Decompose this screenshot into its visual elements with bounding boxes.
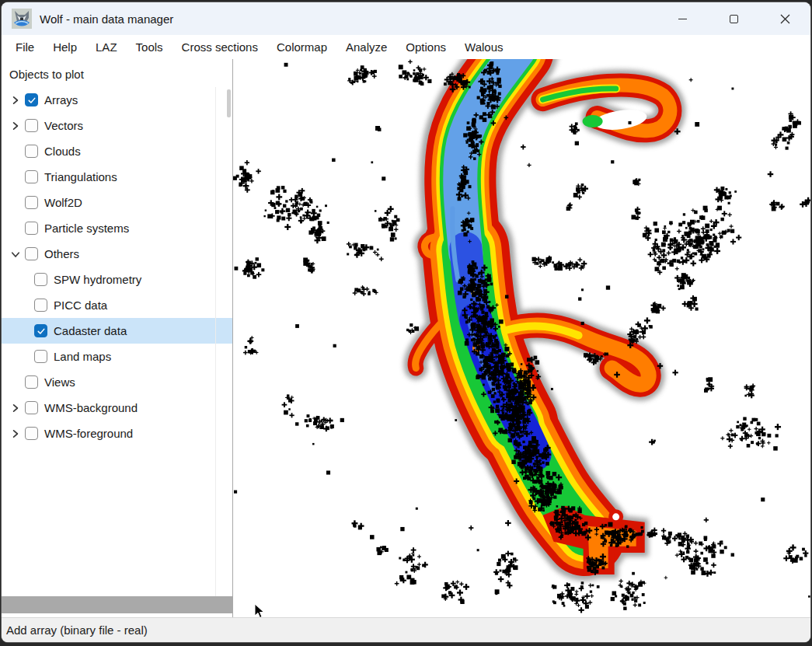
status-text: Add array (binary file - real) [6,623,148,637]
tree-item-label: WMS-background [44,401,138,414]
expander-spacer [6,171,25,183]
menu-item-file[interactable]: File [9,37,41,57]
vertical-scrollbar-thumb[interactable] [227,89,231,117]
expander-spacer [6,145,25,158]
tree-item-label: Particle systems [44,222,129,235]
tree-item-arrays[interactable]: Arrays [2,87,232,113]
menu-bar: FileHelpLAZToolsCross sectionsColormapAn… [2,35,810,59]
menu-item-colormap[interactable]: Colormap [270,37,334,57]
tree-item-label: WMS-foreground [44,427,133,440]
checkbox-wms-foreground[interactable] [25,427,38,440]
tree-item-label: Clouds [44,145,81,158]
chevron-down-icon[interactable] [6,248,25,260]
status-bar: Add array (binary file - real) [2,617,810,642]
tree-item-wms-background[interactable]: WMS-background [2,395,232,421]
checkbox-land-maps[interactable] [34,350,47,363]
tree-item-others[interactable]: Others [2,241,232,267]
tree-item-label: Cadaster data [54,324,127,337]
close-icon [780,14,790,24]
tree-item-label: Others [44,247,79,260]
tree-item-wms-foreground[interactable]: WMS-foreground [2,421,232,446]
expander-spacer [16,351,34,363]
expander-spacer [16,274,34,286]
minimize-icon [678,19,687,19]
checkbox-wolf2d[interactable] [25,196,38,209]
checkbox-particle-systems[interactable] [25,222,38,235]
objects-panel: Objects to plot ArraysVectorsCloudsTrian… [2,59,233,617]
window-title: Wolf - main data manager [40,12,173,26]
map-canvas[interactable] [233,59,810,617]
tree-item-land-maps[interactable]: Land maps [2,344,232,369]
menu-item-cross-sections[interactable]: Cross sections [175,37,265,57]
tree-item-label: PICC data [54,299,107,312]
tree-item-picc-data[interactable]: PICC data [2,292,232,318]
expander-spacer [16,299,34,312]
chevron-right-icon[interactable] [6,94,25,107]
tree-item-views[interactable]: Views [2,369,232,395]
wolf-logo-icon [12,9,32,29]
menu-item-walous[interactable]: Walous [458,37,510,57]
tree-item-label: Wolf2D [44,196,82,209]
menu-item-laz[interactable]: LAZ [89,37,124,57]
tree-item-label: Views [44,375,75,389]
tree-item-spw-hydrometry[interactable]: SPW hydrometry [2,267,232,292]
chevron-right-icon[interactable] [6,428,25,440]
tree-item-cadaster-data[interactable]: Cadaster data [2,318,232,344]
menu-item-options[interactable]: Options [399,37,453,57]
tree-item-triangulations[interactable]: Triangulations [2,164,232,190]
tree-item-label: Triangulations [44,170,117,183]
title-bar: Wolf - main data manager [2,2,810,35]
objects-tree: ArraysVectorsCloudsTriangulationsWolf2DP… [2,87,232,596]
chevron-right-icon[interactable] [6,120,25,132]
chevron-right-icon[interactable] [6,402,25,414]
tree-item-wolf2d[interactable]: Wolf2D [2,190,232,215]
panel-title: Objects to plot [2,59,232,87]
tree-item-label: Vectors [44,119,83,132]
expander-spacer [6,197,25,209]
checkbox-cadaster-data[interactable] [34,324,47,337]
horizontal-scrollbar[interactable] [2,596,232,613]
minimize-button[interactable] [657,2,708,35]
checkbox-picc-data[interactable] [34,299,47,312]
tree-item-label: SPW hydrometry [54,273,141,286]
checkbox-views[interactable] [25,375,38,389]
expander-spacer [6,222,25,235]
scrollbar-track-line [215,87,216,596]
checkbox-wms-background[interactable] [25,401,38,414]
menu-item-tools[interactable]: Tools [129,37,170,57]
checkbox-arrays[interactable] [25,93,38,107]
close-button[interactable] [759,2,810,35]
checkbox-others[interactable] [25,247,38,260]
tree-item-vectors[interactable]: Vectors [2,113,232,138]
app-window: Wolf - main data manager FileHelpLAZTool… [2,2,810,642]
map-viewport[interactable] [233,59,810,617]
maximize-button[interactable] [708,2,759,35]
checkbox-spw-hydrometry[interactable] [34,273,47,286]
expander-spacer [6,376,25,389]
maximize-icon [730,15,738,23]
expander-spacer [16,325,34,337]
tree-item-label: Arrays [44,93,78,107]
tree-item-clouds[interactable]: Clouds [2,138,232,164]
checkbox-vectors[interactable] [25,119,38,132]
menu-item-analyze[interactable]: Analyze [339,37,394,57]
checkbox-clouds[interactable] [25,145,38,158]
menu-item-help[interactable]: Help [46,37,84,57]
tree-item-particle-systems[interactable]: Particle systems [2,215,232,241]
checkbox-triangulations[interactable] [25,170,38,183]
tree-item-label: Land maps [54,350,111,363]
